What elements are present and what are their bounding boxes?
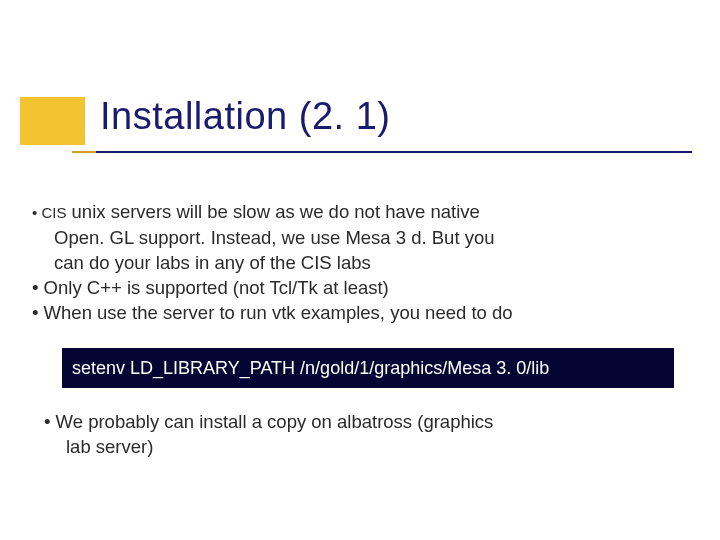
bullet-1-prefix: • CIS bbox=[32, 204, 66, 221]
slide-title: Installation (2. 1) bbox=[100, 95, 390, 138]
bullet-4-line-1: • We probably can install a copy on alba… bbox=[44, 410, 688, 435]
bullet-1-line-3: can do your labs in any of the CIS labs bbox=[32, 251, 688, 276]
title-underline-accent bbox=[72, 151, 96, 153]
code-command: setenv LD_LIBRARY_PATH /n/gold/1/graphic… bbox=[62, 348, 674, 388]
bullet-2: • Only C++ is supported (not Tcl/Tk at l… bbox=[32, 276, 688, 301]
bullet-1-line-2: Open. GL support. Instead, we use Mesa 3… bbox=[32, 226, 688, 251]
bullet-1-line-1: • CIS unix servers will be slow as we do… bbox=[32, 200, 688, 225]
content-area: • CIS unix servers will be slow as we do… bbox=[32, 200, 688, 460]
bullet-3: • When use the server to run vtk example… bbox=[32, 301, 688, 326]
bullet-4-line-2: lab server) bbox=[66, 435, 688, 460]
title-accent-block bbox=[20, 97, 85, 145]
title-area: Installation (2. 1) bbox=[20, 95, 700, 175]
bullet-1-rest: unix servers will be slow as we do not h… bbox=[66, 201, 479, 222]
title-underline bbox=[72, 151, 692, 153]
